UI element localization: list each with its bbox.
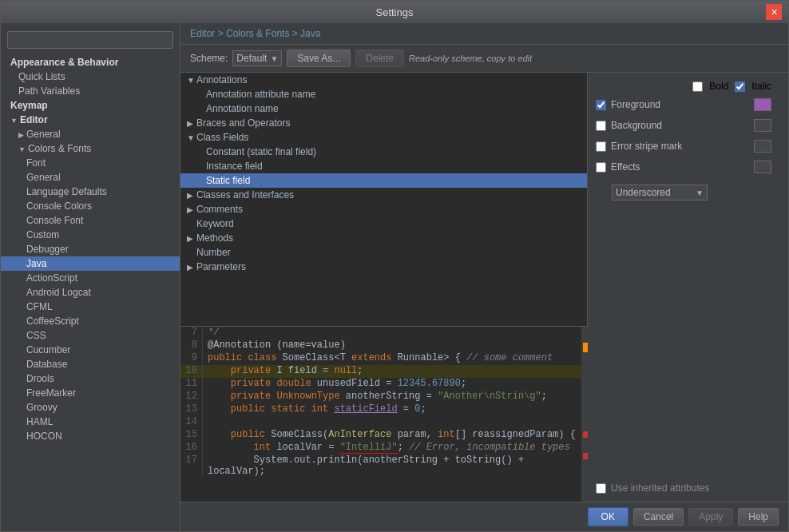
dialog-title: Settings	[23, 6, 766, 18]
close-button[interactable]: ✕	[766, 4, 782, 20]
tree-item-constant[interactable]: Constant (static final field)	[180, 145, 587, 159]
sidebar-item-freemarker[interactable]: FreeMarker	[1, 386, 180, 400]
tree-item-class-fields[interactable]: ▼Class Fields	[180, 130, 587, 145]
code-line-17: 17 System.out.println(anotherString + to…	[180, 455, 588, 477]
tree-panel: ▼Annotations Annotation attribute name A…	[180, 73, 588, 326]
tree-item-annotation-name[interactable]: Annotation name	[180, 101, 587, 116]
tree-item-methods[interactable]: ▶Methods	[180, 231, 587, 245]
sidebar-item-editor[interactable]: ▼Editor	[1, 113, 180, 127]
sidebar-item-debugger[interactable]: Debugger	[1, 242, 180, 256]
tree-item-parameters[interactable]: ▶Parameters	[180, 260, 587, 274]
code-line-12: 12 private UnknownType anotherString = "…	[180, 391, 588, 403]
breadcrumb: Editor > Colors & Fonts > Java	[180, 23, 788, 45]
effects-color-swatch[interactable]	[754, 161, 771, 173]
code-line-10: 10 private I field = null;	[180, 365, 588, 378]
scrollbar-gutter	[581, 327, 588, 502]
sidebar-item-actionscript[interactable]: ActionScript	[1, 271, 180, 285]
search-input[interactable]	[7, 31, 173, 49]
tree-item-instance-field[interactable]: Instance field	[180, 159, 587, 173]
background-checkbox[interactable]	[596, 121, 606, 131]
sidebar-item-quick-lists[interactable]: Quick Lists	[1, 69, 180, 84]
chevron-right-icon: ▶	[187, 205, 196, 214]
scroll-marker-red	[583, 431, 588, 438]
readonly-note: Read-only scheme, copy to edit	[409, 54, 532, 63]
sidebar-item-console-colors[interactable]: Console Colors	[1, 199, 180, 213]
main-content: Editor > Colors & Fonts > Java Scheme: D…	[180, 23, 788, 531]
use-inherited-checkbox[interactable]	[596, 483, 606, 494]
sidebar-item-database[interactable]: Database	[1, 357, 180, 371]
sidebar-item-drools[interactable]: Drools	[1, 371, 180, 386]
search-box[interactable]	[7, 31, 173, 49]
ok-button[interactable]: OK	[588, 507, 628, 526]
foreground-color-swatch[interactable]	[754, 98, 771, 111]
sidebar-item-haml[interactable]: HAML	[1, 415, 180, 429]
sidebar-section: Appearance & Behavior Quick Lists Path V…	[1, 55, 180, 443]
italic-checkbox[interactable]	[735, 81, 745, 92]
sidebar-item-font[interactable]: Font	[1, 156, 180, 170]
sidebar-item-css[interactable]: CSS	[1, 328, 180, 343]
code-line-8: 8 @Annotation (name=value)	[180, 339, 588, 352]
apply-button[interactable]: Apply	[688, 508, 733, 526]
sidebar-item-groovy[interactable]: Groovy	[1, 400, 180, 415]
sidebar-item-colors-fonts[interactable]: ▼Colors & Fonts	[1, 141, 180, 156]
sidebar-item-general2[interactable]: General	[1, 170, 180, 185]
chevron-right-icon: ▶	[187, 191, 196, 200]
scheme-dropdown-arrow: ▼	[270, 54, 278, 63]
code-line-9: 9 public class SomeClass<T extends Runna…	[180, 352, 588, 365]
bold-checkbox[interactable]	[692, 81, 703, 92]
save-as-button[interactable]: Save As...	[287, 50, 351, 67]
tree-item-classes-interfaces[interactable]: ▶Classes and Interfaces	[180, 188, 587, 202]
tree-item-static-field[interactable]: Static field	[180, 173, 587, 188]
settings-dialog: Settings ✕ Appearance & Behavior Quick L…	[0, 0, 789, 532]
left-section: ▼Annotations Annotation attribute name A…	[180, 73, 588, 502]
sidebar-item-cucumber[interactable]: Cucumber	[1, 343, 180, 357]
sidebar-item-coffeescript[interactable]: CoffeeScript	[1, 314, 180, 328]
sidebar: Appearance & Behavior Quick Lists Path V…	[1, 23, 180, 531]
scheme-dropdown[interactable]: Default ▼	[232, 50, 282, 66]
spacer	[596, 207, 771, 470]
sidebar-item-path-variables[interactable]: Path Variables	[1, 84, 180, 98]
foreground-checkbox[interactable]	[596, 100, 606, 110]
chevron-right-icon: ▶	[187, 119, 196, 128]
help-button[interactable]: Help	[738, 508, 779, 526]
chevron-right-icon: ▶	[187, 234, 196, 243]
sidebar-item-language-defaults[interactable]: Language Defaults	[1, 185, 180, 199]
error-stripe-label: Error stripe mark	[611, 141, 682, 152]
code-line-16: 16 int localVar = "IntelliJ"; // Error, …	[180, 442, 588, 455]
tree-item-keyword[interactable]: Keyword	[180, 216, 587, 231]
sidebar-item-java[interactable]: Java	[1, 256, 180, 271]
sidebar-item-console-font[interactable]: Console Font	[1, 213, 180, 228]
sidebar-item-appearance[interactable]: Appearance & Behavior	[1, 55, 180, 69]
sidebar-item-general[interactable]: ▶General	[1, 127, 180, 141]
tree-item-braces-operators[interactable]: ▶Braces and Operators	[180, 116, 587, 130]
error-stripe-row: Error stripe mark	[596, 140, 771, 153]
sidebar-item-hocon[interactable]: HOCON	[1, 429, 180, 443]
background-color-swatch[interactable]	[754, 119, 771, 132]
sidebar-item-keymap[interactable]: Keymap	[1, 98, 180, 113]
scheme-bar: Scheme: Default ▼ Save As... Delete Read…	[180, 45, 788, 73]
error-stripe-checkbox[interactable]	[596, 141, 606, 152]
chevron-down-icon: ▼	[187, 76, 196, 85]
effects-type-dropdown[interactable]: Underscored ▼	[612, 185, 708, 200]
tree-item-annotations[interactable]: ▼Annotations	[180, 73, 587, 87]
effects-row: Effects	[596, 161, 771, 173]
cancel-button[interactable]: Cancel	[633, 508, 684, 526]
tree-item-comments[interactable]: ▶Comments	[180, 202, 587, 216]
effects-checkbox[interactable]	[596, 162, 606, 173]
bottom-bar: OK Cancel Apply Help	[180, 502, 788, 531]
sidebar-item-custom[interactable]: Custom	[1, 228, 180, 242]
content-split: ▼Annotations Annotation attribute name A…	[180, 73, 788, 502]
scroll-marker-red2	[583, 453, 588, 459]
background-label: Background	[611, 120, 662, 131]
tree-item-number[interactable]: Number	[180, 245, 587, 260]
right-panel: Bold Italic Foreground Backgrou	[588, 73, 779, 502]
code-line-7: 7 */	[180, 327, 588, 339]
tree-item-annotation-attr-name[interactable]: Annotation attribute name	[180, 87, 587, 101]
inherited-row: Use inherited attributes	[596, 482, 771, 494]
error-stripe-color-swatch[interactable]	[754, 140, 771, 153]
delete-button[interactable]: Delete	[355, 50, 404, 67]
sidebar-item-android-logcat[interactable]: Android Logcat	[1, 285, 180, 300]
sidebar-item-cfml[interactable]: CFML	[1, 300, 180, 314]
bold-label: Bold	[709, 81, 728, 92]
code-line-14: 14	[180, 416, 588, 429]
